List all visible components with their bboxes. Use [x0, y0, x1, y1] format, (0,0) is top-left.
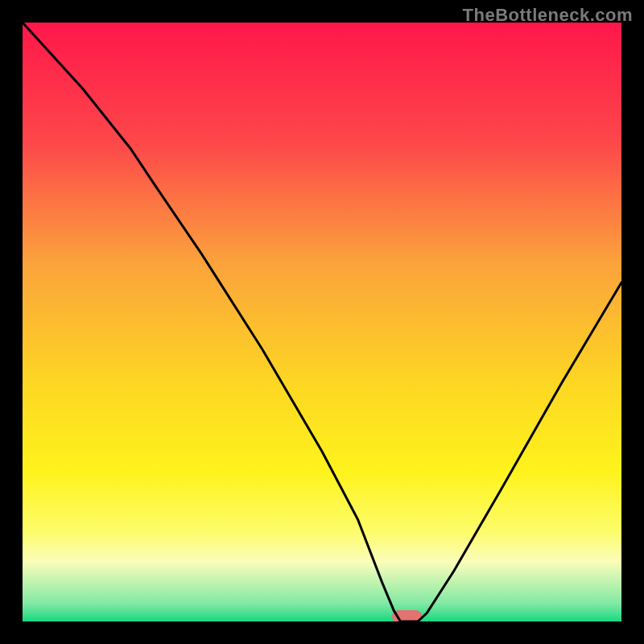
border-left [0, 0, 23, 644]
watermark-text: TheBottleneck.com [463, 5, 633, 26]
border-bottom [0, 621, 644, 644]
chart-svg [0, 0, 644, 644]
chart-frame: TheBottleneck.com [0, 0, 644, 644]
plot-background [23, 23, 621, 621]
border-right [621, 0, 644, 644]
